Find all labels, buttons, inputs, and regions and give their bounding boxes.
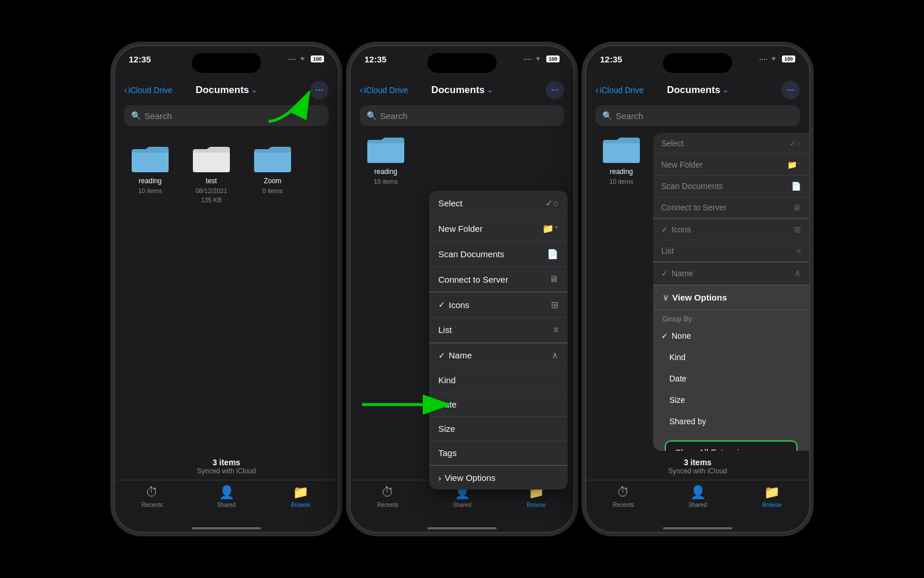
signal-icon: ···· xyxy=(288,54,296,63)
recents-icon-1: ⏱ xyxy=(146,485,158,500)
icloud-drive-link-1[interactable]: iCloud Drive xyxy=(128,86,172,95)
menu-view-options-2[interactable]: › View Options xyxy=(429,466,568,490)
ellipsis-button-2[interactable]: ··· xyxy=(546,81,564,99)
view-options-header-3[interactable]: ∨ View Options xyxy=(653,286,809,310)
nav-right-2: ··· xyxy=(546,81,564,99)
bottom-status-3: 3 items Synced with iCloud xyxy=(586,451,809,480)
icloud-drive-link-2[interactable]: iCloud Drive xyxy=(364,86,408,95)
folder-area-2: reading 10 items Select ✓○ New Folder 📁⁺… xyxy=(351,133,573,185)
menu-name-3[interactable]: ✓ Name ∧ xyxy=(653,262,809,285)
wifi-icon: ᯤ xyxy=(300,54,307,63)
ellipsis-button-3[interactable]: ··· xyxy=(781,81,800,99)
menu-kind-2[interactable]: Kind xyxy=(429,368,568,392)
menu-name-2[interactable]: ✓ Name ∧ xyxy=(429,343,568,368)
menu-list-3[interactable]: List ≡ xyxy=(653,240,809,262)
folder-sublabel-reading-1: 10 items xyxy=(138,187,162,194)
sync-label-3: Synced with iCloud xyxy=(586,467,809,475)
scan-docs-icon-3: 📄 xyxy=(791,181,801,191)
folder-reading-1[interactable]: reading 10 items xyxy=(124,142,176,203)
home-bar-2 xyxy=(427,527,497,529)
menu-scan-docs-2[interactable]: Scan Documents 📄 xyxy=(429,242,568,267)
nav-title-1: Documents ⌄ xyxy=(196,84,258,96)
tab-recents-3[interactable]: ⏱ Recents xyxy=(586,485,661,508)
view-shared-by-3[interactable]: Shared by xyxy=(653,411,809,432)
home-indicator-3 xyxy=(586,527,809,532)
tab-shared-3[interactable]: 👤 Shared xyxy=(661,485,735,508)
menu-new-folder-2[interactable]: New Folder 📁⁺ xyxy=(429,216,568,242)
battery-icon-2: 100 xyxy=(546,55,560,62)
name-check-2: ✓ xyxy=(438,351,445,360)
menu-icons-3[interactable]: ✓ Icons ⊞ xyxy=(653,219,809,240)
folder-icon-reading-2 xyxy=(365,133,407,165)
back-button-1[interactable]: ‹ iCloud Drive xyxy=(124,85,173,95)
menu-date-2[interactable]: Date xyxy=(429,392,568,417)
folder-zoom-1[interactable]: Zoom 0 items xyxy=(247,142,299,203)
tab-shared-1[interactable]: 👤 Shared xyxy=(189,485,264,508)
menu-select-2[interactable]: Select ✓○ xyxy=(429,191,568,216)
nav-bar-1: ‹ iCloud Drive Documents ⌄ ··· xyxy=(115,77,338,103)
nav-right-1: ··· xyxy=(310,81,329,99)
view-kind-3[interactable]: Kind xyxy=(653,347,809,368)
menu-size-2[interactable]: Size xyxy=(429,417,568,441)
folder-icon-reading-3 xyxy=(601,133,642,165)
chevron-down-icon-3[interactable]: ⌄ xyxy=(722,86,728,94)
select-icon-3: ✓○ xyxy=(789,139,801,148)
view-kind-label-3: Kind xyxy=(669,353,685,362)
menu-list-2[interactable]: List ≡ xyxy=(429,318,568,343)
connect-server-icon-2: 🖥 xyxy=(549,274,558,284)
menu-select-3[interactable]: Select ✓○ xyxy=(653,133,809,154)
tab-browse-3[interactable]: 📁 Browse xyxy=(735,485,809,508)
menu-icons-2[interactable]: ✓ Icons ⊞ xyxy=(429,292,568,318)
icloud-drive-link-3[interactable]: iCloud Drive xyxy=(599,86,643,95)
search-bar-2[interactable]: 🔍 Search xyxy=(360,105,564,126)
chevron-down-icon-1[interactable]: ⌄ xyxy=(251,86,257,94)
menu-scan-docs-3[interactable]: Scan Documents 📄 xyxy=(653,176,809,197)
bottom-status-1: 3 items Synced with iCloud xyxy=(115,451,338,480)
menu-connect-server-2[interactable]: Connect to Server 🖥 xyxy=(429,267,568,292)
menu-scan-docs-label-2: Scan Documents xyxy=(438,249,504,259)
ellipsis-button-1[interactable]: ··· xyxy=(310,81,329,99)
menu-connect-server-3[interactable]: Connect to Server 🖥 xyxy=(653,197,809,218)
search-bar-3[interactable]: 🔍 Search xyxy=(595,105,800,126)
tab-recents-2[interactable]: ⏱ Recents xyxy=(351,485,425,508)
view-date-3[interactable]: Date xyxy=(653,368,809,390)
scan-docs-icon-2: 📄 xyxy=(547,249,558,260)
view-none-3[interactable]: ✓ None xyxy=(653,325,809,347)
name-chevron-2: ∧ xyxy=(552,350,558,361)
chevron-down-icon-2[interactable]: ⌄ xyxy=(487,86,493,94)
folder-test-1[interactable]: test 08/12/2021 135 KB xyxy=(185,142,237,203)
search-bar-1[interactable]: 🔍 Search xyxy=(124,105,329,126)
folder-icon-zoom-1 xyxy=(252,142,293,175)
home-indicator-2 xyxy=(351,527,573,532)
view-size-3[interactable]: Size xyxy=(653,390,809,411)
items-count-3: 3 items xyxy=(586,458,809,467)
search-icon-3: 🔍 xyxy=(602,111,612,120)
menu-new-folder-3[interactable]: New Folder 📁⁺ xyxy=(653,154,809,176)
menu-tags-2[interactable]: Tags xyxy=(429,441,568,465)
phone-2: 12:35 ···· ᯤ 100 ‹ iCloud Drive Document… xyxy=(349,45,575,533)
documents-title-1: Documents xyxy=(196,84,249,96)
folder-reading-3[interactable]: reading 10 items xyxy=(595,133,647,451)
tab-recents-1[interactable]: ⏱ Recents xyxy=(115,485,189,508)
documents-title-3: Documents xyxy=(667,84,721,96)
tab-browse-1[interactable]: 📁 Browse xyxy=(263,485,338,508)
home-bar-3 xyxy=(663,527,732,529)
folder-reading-2[interactable]: reading 10 items xyxy=(360,133,412,185)
signal-icon-2: ···· xyxy=(524,54,532,63)
view-size-label-3: Size xyxy=(669,395,685,405)
list-icon-3: ≡ xyxy=(796,246,801,255)
chevron-left-icon-3: ‹ xyxy=(595,85,598,95)
show-all-extensions-btn-3[interactable]: Show All Extensions xyxy=(665,440,798,451)
browse-label-3: Browse xyxy=(762,502,781,508)
menu-icons-label-2: Icons xyxy=(449,300,470,310)
browse-icon-3: 📁 xyxy=(764,485,780,500)
menu-view-options-label-2: View Options xyxy=(445,473,495,483)
folder-sublabel-reading-2: 10 items xyxy=(374,178,398,185)
back-button-3[interactable]: ‹ iCloud Drive xyxy=(595,85,644,95)
icons-grid-icon-2: ⊞ xyxy=(551,299,558,310)
search-placeholder-1: Search xyxy=(144,111,172,121)
status-icons-1: ···· ᯤ 100 xyxy=(288,54,324,63)
back-button-2[interactable]: ‹ iCloud Drive xyxy=(360,85,408,95)
menu-name-label-2: Name xyxy=(449,350,472,360)
shared-label-3: Shared xyxy=(688,502,707,508)
